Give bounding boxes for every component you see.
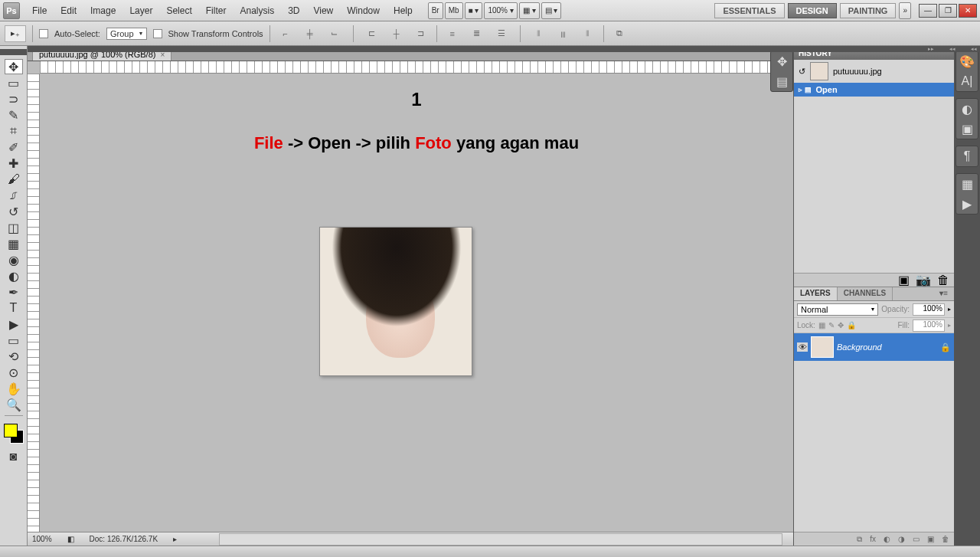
character-panel-icon[interactable]: A| — [959, 74, 975, 89]
healing-brush-tool[interactable]: ✚ — [5, 156, 23, 171]
lock-position-icon[interactable]: ✥ — [838, 321, 844, 329]
new-snapshot-icon[interactable]: 📷 — [916, 273, 931, 287]
delete-state-icon[interactable]: 🗑 — [937, 274, 949, 287]
show-transform-checkbox[interactable] — [153, 29, 162, 38]
path-select-tool[interactable]: ▶ — [5, 316, 23, 332]
masks-panel-icon[interactable]: ▣ — [959, 121, 975, 136]
autoselect-dropdown[interactable]: Group — [106, 28, 147, 40]
info-panel-icon[interactable]: ▤ — [774, 74, 789, 89]
align-bottom-icon[interactable]: ⌙ — [325, 25, 344, 42]
history-brush-tool[interactable]: ↺ — [5, 204, 23, 219]
tab-channels[interactable]: CHANNELS — [838, 287, 893, 300]
menu-image[interactable]: Image — [84, 2, 122, 19]
swatches-panel-icon[interactable]: ▦ — [959, 176, 975, 192]
launch-minibridge-button[interactable]: Mb — [445, 2, 463, 19]
3d-tool[interactable]: ⟲ — [5, 349, 23, 364]
canvas[interactable]: 1 File -> Open -> pilih Foto yang agan m… — [40, 74, 793, 532]
align-vcenter-icon[interactable]: ╪ — [301, 25, 319, 42]
styles-panel-icon[interactable]: ▶ — [959, 196, 975, 211]
autoselect-checkbox[interactable] — [39, 29, 48, 38]
layer-style-icon[interactable]: fx — [870, 535, 876, 543]
collapse-arrow-icon[interactable]: ◂◂ — [971, 46, 977, 52]
opacity-input[interactable]: 100% — [913, 303, 945, 316]
history-state-row[interactable]: ▹ ▤ Open — [794, 83, 954, 97]
layer-mask-icon[interactable]: ◐ — [884, 535, 890, 543]
3d-camera-tool[interactable]: ⊙ — [5, 365, 23, 380]
launch-bridge-button[interactable]: Br — [428, 2, 443, 19]
layer-group-icon[interactable]: ▭ — [913, 535, 920, 543]
new-document-from-state-icon[interactable]: ▣ — [898, 273, 910, 287]
layer-lock-icon[interactable]: 🔒 — [940, 342, 951, 352]
history-source-row[interactable]: ↺ putuuuuu.jpg — [794, 60, 954, 83]
pen-tool[interactable]: ✒ — [5, 284, 23, 300]
arrange-grid-button[interactable]: ▦ ▾ — [519, 2, 540, 19]
gradient-tool[interactable]: ▦ — [5, 236, 23, 251]
shape-tool[interactable]: ▭ — [5, 333, 23, 348]
collapse-arrow-icon[interactable]: ◂◂ — [949, 46, 956, 52]
menu-file[interactable]: File — [26, 2, 53, 19]
collapse-arrow-icon[interactable]: ▸▸ — [928, 46, 934, 52]
distribute-left-icon[interactable]: ⦀ — [530, 25, 548, 42]
adjustment-layer-icon[interactable]: ◑ — [898, 535, 905, 543]
opacity-arrow-icon[interactable]: ▸ — [948, 306, 951, 313]
fill-input[interactable]: 100% — [913, 319, 945, 332]
layer-name[interactable]: Background — [837, 342, 882, 352]
workspace-painting[interactable]: PAINTING — [840, 3, 897, 18]
menu-analysis[interactable]: Analysis — [234, 2, 280, 19]
distribute-vcenter-icon[interactable]: ≣ — [468, 25, 486, 42]
hand-tool[interactable]: ✋ — [5, 381, 23, 396]
arrange-doc-button[interactable]: ▤ ▾ — [541, 2, 562, 19]
status-docinfo[interactable]: Doc: 126.7K/126.7K — [90, 535, 158, 543]
workspace-more[interactable]: » — [899, 2, 911, 19]
lock-pixels-icon[interactable]: ✎ — [828, 321, 835, 329]
layer-thumbnail[interactable] — [811, 336, 834, 358]
align-left-icon[interactable]: ⊏ — [363, 25, 381, 42]
layer-row-background[interactable]: 👁 Background 🔒 — [794, 333, 954, 361]
layer-visibility-icon[interactable]: 👁 — [797, 342, 808, 352]
foreground-color-swatch[interactable] — [4, 424, 18, 437]
eyedropper-tool[interactable]: ✐ — [5, 139, 23, 155]
color-panel-icon[interactable]: 🎨 — [959, 54, 975, 69]
fill-arrow-icon[interactable]: ▸ — [948, 322, 951, 329]
zoom-level-dropdown[interactable]: 100% ▾ — [484, 2, 517, 19]
ruler-horizontal[interactable] — [40, 61, 793, 74]
color-swatches[interactable] — [4, 424, 24, 444]
distribute-bottom-icon[interactable]: ☰ — [492, 25, 511, 42]
align-top-icon[interactable]: ⌐ — [276, 25, 295, 42]
menu-layer[interactable]: Layer — [123, 2, 158, 19]
dodge-tool[interactable]: ◐ — [5, 268, 23, 283]
menu-help[interactable]: Help — [387, 2, 419, 19]
quick-select-tool[interactable]: ✎ — [5, 107, 23, 123]
menu-3d[interactable]: 3D — [282, 2, 305, 19]
menu-window[interactable]: Window — [341, 2, 386, 19]
menu-edit[interactable]: Edit — [54, 2, 83, 19]
brush-tool[interactable]: 🖌 — [5, 172, 23, 187]
new-layer-icon[interactable]: ▣ — [927, 535, 934, 543]
quick-mask-tool[interactable]: ◙ — [5, 449, 23, 464]
tab-layers[interactable]: LAYERS — [794, 287, 838, 300]
window-close[interactable]: ✕ — [959, 4, 977, 18]
align-hcenter-icon[interactable]: ┼ — [387, 25, 406, 42]
menu-view[interactable]: View — [307, 2, 339, 19]
status-expand-icon[interactable]: ◧ — [67, 535, 74, 543]
lock-transparent-icon[interactable]: ▦ — [818, 321, 825, 329]
distribute-hcenter-icon[interactable]: ⫼ — [554, 25, 573, 42]
ruler-vertical[interactable] — [28, 74, 40, 532]
panel-menu-icon[interactable]: ▾≡ — [933, 287, 954, 300]
paragraph-panel-icon[interactable]: ¶ — [959, 149, 975, 164]
lock-all-icon[interactable]: 🔒 — [847, 321, 856, 329]
distribute-right-icon[interactable]: ⦀ — [579, 25, 597, 42]
status-zoom[interactable]: 100% — [32, 535, 52, 543]
blur-tool[interactable]: ◉ — [5, 252, 23, 267]
workspace-essentials[interactable]: ESSENTIALS — [714, 3, 784, 18]
align-right-icon[interactable]: ⊐ — [412, 25, 430, 42]
navigator-panel-icon[interactable]: ✥ — [774, 54, 789, 69]
distribute-top-icon[interactable]: ≡ — [443, 25, 462, 42]
screen-mode-button[interactable]: ■ ▾ — [465, 2, 483, 19]
blend-mode-dropdown[interactable]: Normal — [797, 303, 878, 316]
window-maximize[interactable]: ❐ — [939, 4, 957, 18]
adjustments-panel-icon[interactable]: ◐ — [959, 101, 975, 116]
crop-tool[interactable]: ⌗ — [5, 123, 23, 139]
menu-filter[interactable]: Filter — [200, 2, 233, 19]
delete-layer-icon[interactable]: 🗑 — [942, 535, 949, 543]
